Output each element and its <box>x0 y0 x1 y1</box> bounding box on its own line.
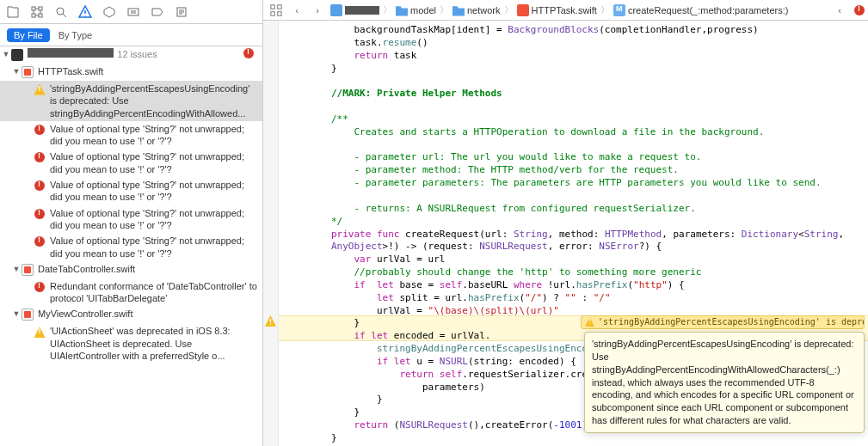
code-editor[interactable]: backgroundTaskMap[ident] = BackgroundBlo… <box>263 21 868 446</box>
error-icon <box>34 209 45 219</box>
warning-tooltip: 'stringByAddingPercentEscapesUsingEncodi… <box>584 332 865 433</box>
warning-icon <box>585 317 594 327</box>
svg-rect-7 <box>271 4 274 8</box>
svg-rect-8 <box>278 4 281 8</box>
error-icon <box>34 236 45 247</box>
jump-label: HTTPTask.swift <box>532 5 597 15</box>
issue-item-error[interactable]: Value of optional type 'String?' not unw… <box>0 233 262 261</box>
issue-text: 'UIActionSheet' was deprecated in iOS 8.… <box>50 325 259 362</box>
filter-by-type[interactable]: By Type <box>58 30 93 40</box>
jump-project[interactable] <box>329 4 381 16</box>
issue-text: Value of optional type 'String?' not unw… <box>50 150 259 175</box>
related-items-icon[interactable] <box>267 2 286 19</box>
chevron-right-icon: 〉 <box>504 3 514 16</box>
project-icon <box>11 49 23 61</box>
issue-item-warning[interactable]: 'stringByAddingPercentEscapesUsingEncodi… <box>0 81 262 121</box>
jump-label: model <box>410 5 436 15</box>
issue-nav-icon[interactable] <box>76 3 95 21</box>
symbol-nav-icon[interactable] <box>28 3 46 21</box>
warning-icon <box>34 327 46 338</box>
project-nav-icon[interactable] <box>3 3 22 21</box>
jump-symbol[interactable]: createRequest(_:method:parameters:) <box>612 4 790 16</box>
folder-icon <box>396 4 408 16</box>
file-name: DateTabController.swift <box>38 263 259 275</box>
svg-rect-0 <box>32 7 35 10</box>
method-icon <box>613 4 625 16</box>
jump-bar: ‹ › 〉 model 〉 network 〉 HTTPTask.swift 〉… <box>263 0 868 21</box>
error-indicator-icon <box>243 48 254 58</box>
jump-folder[interactable]: model <box>394 4 438 16</box>
issue-text: Value of optional type 'String?' not unw… <box>50 235 259 260</box>
issue-item-warning[interactable]: 'UIActionSheet' was deprecated in iOS 8.… <box>0 323 262 364</box>
error-icon <box>34 180 45 191</box>
issue-text: Value of optional type 'String?' not unw… <box>50 123 259 148</box>
issue-text: Redundant conformance of 'DateTabControl… <box>50 280 259 305</box>
svg-rect-1 <box>39 7 42 10</box>
find-nav-icon[interactable] <box>52 3 71 21</box>
issue-project-row[interactable]: ▼ 12 issues <box>0 46 262 64</box>
project-name-redacted <box>345 6 379 15</box>
swift-file-icon <box>22 66 34 78</box>
filter-by-file[interactable]: By File <box>7 28 50 42</box>
svg-rect-9 <box>271 11 274 15</box>
jump-file[interactable]: HTTPTask.swift <box>515 4 599 16</box>
chevron-right-icon: 〉 <box>600 3 610 16</box>
prev-issue-button[interactable]: ‹ <box>830 2 849 19</box>
issue-file-row[interactable]: ▼ MyViewController.swift <box>0 306 262 323</box>
issue-item-error[interactable]: Value of optional type 'String?' not unw… <box>0 205 262 234</box>
report-nav-icon[interactable] <box>172 3 191 21</box>
swift-file-icon <box>22 309 34 321</box>
debug-nav-icon[interactable] <box>124 3 143 21</box>
issue-filter-bar: By File By Type <box>0 24 262 46</box>
file-name: HTTPTask.swift <box>38 65 259 77</box>
error-icon <box>34 125 45 135</box>
breakpoint-nav-icon[interactable] <box>148 3 167 21</box>
swift-file-icon <box>22 264 34 276</box>
issue-text: Value of optional type 'String?' not unw… <box>50 207 259 232</box>
issue-file-row[interactable]: ▼ HTTPTask.swift <box>0 64 262 81</box>
chevron-right-icon: 〉 <box>383 3 392 16</box>
chevron-right-icon: 〉 <box>440 3 449 16</box>
swift-file-icon <box>517 4 529 16</box>
issue-text: 'stringByAddingPercentEscapesUsingEncodi… <box>50 82 259 119</box>
error-icon <box>34 282 45 292</box>
file-name: MyViewController.swift <box>38 308 259 320</box>
project-icon <box>330 4 342 16</box>
nav-back-button[interactable]: ‹ <box>287 2 306 19</box>
issue-file-row[interactable]: ▼ DateTabController.swift <box>0 261 262 278</box>
test-nav-icon[interactable] <box>100 3 119 21</box>
tooltip-text: 'stringByAddingPercentEscapesUsingEncodi… <box>592 339 854 425</box>
nav-forward-button[interactable]: › <box>308 2 327 19</box>
svg-rect-2 <box>32 14 35 17</box>
svg-rect-10 <box>278 11 281 15</box>
svg-rect-3 <box>39 14 42 17</box>
issue-item-error[interactable]: Value of optional type 'String?' not unw… <box>0 177 262 205</box>
project-name-redacted <box>28 48 114 58</box>
svg-rect-5 <box>128 9 139 15</box>
warning-icon <box>34 84 46 95</box>
folder-icon <box>452 4 465 16</box>
issue-item-error[interactable]: Value of optional type 'String?' not unw… <box>0 149 262 177</box>
inline-warning-banner[interactable]: 'stringByAddingPercentEscapesUsingEncodi… <box>581 315 865 329</box>
editor-panel: ‹ › 〉 model 〉 network 〉 HTTPTask.swift 〉… <box>263 0 868 446</box>
jump-label: createRequest(_:method:parameters:) <box>628 5 788 15</box>
jump-label: network <box>467 5 501 15</box>
issue-item-error[interactable]: Redundant conformance of 'DateTabControl… <box>0 278 262 307</box>
inline-warning-text: 'stringByAddingPercentEscapesUsingEncodi… <box>598 316 865 328</box>
jump-folder[interactable]: network <box>451 4 502 16</box>
issues-tree[interactable]: ▼ 12 issues ▼ HTTPTask.swift 'stringByAd… <box>0 46 262 446</box>
issue-text: Value of optional type 'String?' not unw… <box>50 179 259 204</box>
svg-point-4 <box>57 8 64 15</box>
gutter[interactable] <box>263 21 279 446</box>
navigator-panel: By File By Type ▼ 12 issues ▼ HTTPTask.s… <box>0 0 263 446</box>
gutter-warning-icon[interactable] <box>265 315 276 327</box>
error-indicator-icon <box>854 5 865 15</box>
issue-count: 12 issues <box>117 48 157 60</box>
navigator-toolbar <box>0 0 262 24</box>
error-icon <box>34 152 45 162</box>
issue-item-error[interactable]: Value of optional type 'String?' not unw… <box>0 121 262 150</box>
